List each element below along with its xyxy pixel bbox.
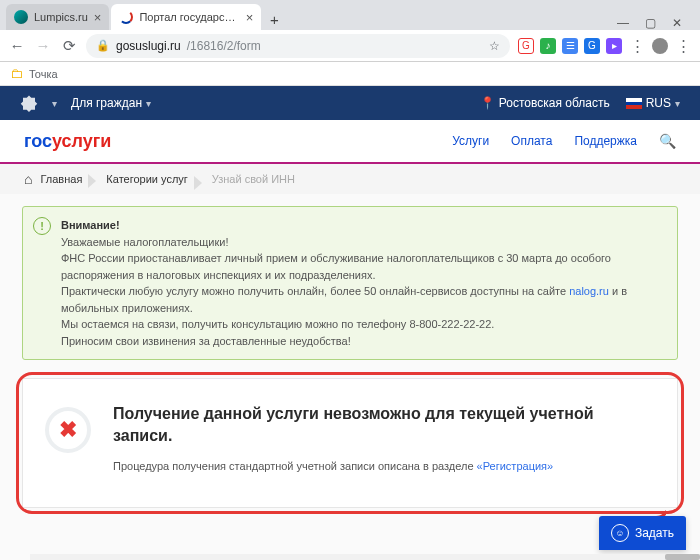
notice-title: Внимание! <box>61 219 120 231</box>
ask-question-button[interactable]: ☺ Задать <box>599 516 686 550</box>
tab-title: Портал государственных услуг <box>139 11 239 23</box>
favicon-gosuslugi <box>119 10 133 24</box>
forward-button: → <box>34 37 52 54</box>
main-content: ! Внимание! Уважаемые налогоплательщики!… <box>0 194 700 508</box>
notice-line: Мы остаемся на связи, получить консульта… <box>61 318 494 330</box>
minimize-button[interactable]: — <box>617 16 629 30</box>
bookmark-item[interactable]: Точка <box>29 68 58 80</box>
extension-icons: G ♪ ☰ G ▸ ⋮ ⋮ <box>518 37 692 55</box>
back-button[interactable]: ← <box>8 37 26 54</box>
window-controls: — ▢ ✕ <box>605 16 694 30</box>
tab-gosuslugi[interactable]: Портал государственных услуг × <box>111 4 261 30</box>
error-block: ✖ Получение данной услуги невозможно для… <box>22 378 678 508</box>
lock-icon: 🔒 <box>96 39 110 52</box>
browser-menu-icon[interactable]: ⋮ <box>674 37 692 55</box>
crumb-label: Главная <box>40 173 82 185</box>
tab-close-icon[interactable]: × <box>246 10 254 25</box>
close-window-button[interactable]: ✕ <box>672 16 682 30</box>
region-selector[interactable]: 📍 Ростовская область <box>480 96 610 110</box>
breadcrumb: Главная Категории услуг Узнай свой ИНН <box>0 164 700 194</box>
emblem-dropdown[interactable]: ▾ <box>52 98 57 109</box>
tab-title: Lumpics.ru <box>34 11 88 23</box>
gov-topnav: ▾ Для граждан ▾ 📍 Ростовская область RUS… <box>0 86 700 120</box>
header-link-payment[interactable]: Оплата <box>511 134 552 148</box>
tab-strip: Lumpics.ru × Портал государственных услу… <box>0 0 700 30</box>
url-path: /16816/2/form <box>187 39 261 53</box>
notice-line: Уважаемые налогоплательщики! <box>61 236 228 248</box>
tab-lumpics[interactable]: Lumpics.ru × <box>6 4 109 30</box>
crumb-current: Узнай свой ИНН <box>212 173 309 185</box>
header-link-services[interactable]: Услуги <box>452 134 489 148</box>
site-header: госуслуги Услуги Оплата Поддержка 🔍 <box>0 120 700 164</box>
page-content: ▾ Для граждан ▾ 📍 Ростовская область RUS… <box>0 86 700 560</box>
url-domain: gosuslugi.ru <box>116 39 181 53</box>
language-selector[interactable]: RUS ▾ <box>626 96 680 110</box>
notice-line: ФНС России приостанавливает личный прием… <box>61 252 611 281</box>
bookmark-folder-icon[interactable]: 🗀 <box>10 66 23 81</box>
new-tab-button[interactable]: + <box>263 8 285 30</box>
extension-icon[interactable]: ☰ <box>562 38 578 54</box>
kebab-menu-icon[interactable]: ⋮ <box>628 37 646 55</box>
registration-link[interactable]: «Регистрация» <box>477 460 554 472</box>
profile-avatar[interactable] <box>652 38 668 54</box>
crumb-label: Категории услуг <box>106 173 187 185</box>
maximize-button[interactable]: ▢ <box>645 16 656 30</box>
attention-notice: ! Внимание! Уважаемые налогоплательщики!… <box>22 206 678 360</box>
plus-icon: + <box>270 11 279 28</box>
chevron-down-icon: ▾ <box>146 98 151 109</box>
crumb-categories[interactable]: Категории услуг <box>106 173 201 185</box>
extension-icon[interactable]: ▸ <box>606 38 622 54</box>
language-label: RUS <box>646 96 671 110</box>
logo-mid: услуги <box>52 131 111 151</box>
header-link-support[interactable]: Поддержка <box>574 134 637 148</box>
error-title: Получение данной услуги невозможно для т… <box>113 403 653 446</box>
error-block-wrapper: ✖ Получение данной услуги невозможно для… <box>22 378 678 508</box>
browser-chrome: Lumpics.ru × Портал государственных услу… <box>0 0 700 86</box>
emblem-icon <box>20 94 38 112</box>
flag-ru-icon <box>626 98 642 109</box>
gosuslugi-logo[interactable]: госуслуги <box>24 131 111 152</box>
pin-icon: 📍 <box>480 96 495 110</box>
tab-close-icon[interactable]: × <box>94 10 102 25</box>
audience-label: Для граждан <box>71 96 142 110</box>
bookmark-star-icon[interactable]: ☆ <box>489 39 500 53</box>
extension-icon[interactable]: ♪ <box>540 38 556 54</box>
notice-link-nalog[interactable]: nalog.ru <box>569 285 609 297</box>
error-subtitle: Процедура получения стандартной учетной … <box>113 460 653 472</box>
exclamation-icon: ! <box>33 217 51 235</box>
bookmarks-bar: 🗀 Точка <box>0 62 700 86</box>
chevron-down-icon: ▾ <box>675 98 680 109</box>
ask-button-label: Задать <box>635 526 674 540</box>
logo-pre: гос <box>24 131 52 151</box>
crumb-home[interactable]: Главная <box>24 171 96 187</box>
extension-icon[interactable]: G <box>518 38 534 54</box>
reload-button[interactable]: ⟳ <box>60 37 78 55</box>
url-input[interactable]: 🔒 gosuslugi.ru/16816/2/form ☆ <box>86 34 510 58</box>
notice-line: Практически любую услугу можно получить … <box>61 285 569 297</box>
chat-face-icon: ☺ <box>611 524 629 542</box>
region-label: Ростовская область <box>499 96 610 110</box>
audience-dropdown[interactable]: Для граждан ▾ <box>71 96 151 110</box>
favicon-lumpics <box>14 10 28 24</box>
error-x-icon: ✖ <box>45 407 91 453</box>
crumb-label: Узнай свой ИНН <box>212 173 295 185</box>
header-nav: Услуги Оплата Поддержка 🔍 <box>452 133 676 149</box>
horizontal-scrollbar[interactable] <box>30 554 700 560</box>
notice-line: Приносим свои извинения за доставленные … <box>61 335 351 347</box>
scrollbar-thumb[interactable] <box>665 554 700 560</box>
address-bar: ← → ⟳ 🔒 gosuslugi.ru/16816/2/form ☆ G ♪ … <box>0 30 700 62</box>
extension-icon[interactable]: G <box>584 38 600 54</box>
search-icon[interactable]: 🔍 <box>659 133 676 149</box>
error-sub-pre: Процедура получения стандартной учетной … <box>113 460 477 472</box>
chevron-down-icon: ▾ <box>52 98 57 109</box>
